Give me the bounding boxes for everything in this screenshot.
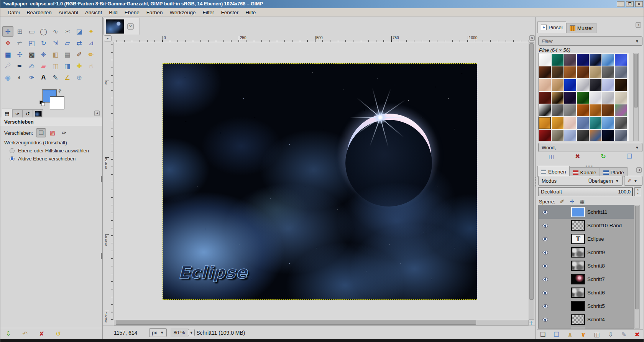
pattern-swatch[interactable] [564,66,576,78]
pattern-grid[interactable] [538,53,629,141]
opacity-slider[interactable]: Deckkraft 100,0 [538,187,633,196]
radio-button[interactable] [10,156,15,161]
pattern-swatch[interactable] [615,104,627,116]
image-tab[interactable]: ✕ [104,18,140,35]
layer-row[interactable]: Schritt7 [539,273,634,286]
menu-fenster[interactable]: Fenster [218,9,242,16]
mode-group-button[interactable]: ✐ ▼ [624,176,642,186]
pattern-swatch[interactable] [602,54,614,66]
pattern-swatch[interactable] [552,66,564,78]
ruler-origin-button[interactable]: ▸ [104,35,112,41]
minimize-button[interactable]: _ [617,1,624,7]
heal-tool[interactable]: ✚ [74,61,85,71]
scissors-select-tool[interactable]: ✂ [62,26,73,37]
paintbrush-tool[interactable]: ✐ [74,49,85,60]
pattern-swatch[interactable] [577,54,589,66]
visibility-eye-icon[interactable] [542,318,548,322]
menu-ansicht[interactable]: Ansicht [82,9,105,16]
pattern-swatch[interactable] [602,104,614,116]
free-select-tool[interactable]: ∿ [50,26,61,37]
menu-bild[interactable]: Bild [105,9,121,16]
layer-row[interactable]: Schritt3-schwarz [539,326,634,329]
pattern-swatch[interactable] [539,92,551,104]
shear-tool[interactable]: ▱ [62,38,73,48]
background-color-swatch[interactable] [50,97,64,109]
visibility-eye-icon[interactable] [542,278,548,281]
layer-row[interactable]: TEclipse [539,232,634,246]
pencil-tool[interactable]: ✏ [85,49,97,60]
pattern-swatch[interactable] [577,117,589,129]
visibility-eye-icon[interactable] [542,224,548,228]
horizontal-scrollbar[interactable] [114,320,529,325]
pattern-swatch[interactable] [577,79,589,91]
pattern-swatch[interactable] [552,130,564,141]
pattern-swatch[interactable] [539,66,551,78]
layers-scrollbar[interactable] [634,205,640,329]
smudge-tool[interactable]: ☝ [85,61,97,71]
layer-mode-select[interactable]: Modus Überlagern ▼ [538,176,623,186]
open-pattern-folder-button[interactable]: ❒ [627,154,632,160]
dock-tab-undo-history[interactable]: ↺ [23,109,33,118]
menu-hilfe[interactable]: Hilfe [242,9,259,16]
horizontal-ruler[interactable]: 02505007501000 [113,35,529,42]
swap-colors-icon[interactable]: ⇄ [57,88,63,94]
mypaint-brush-tool[interactable]: ✍ [26,61,37,71]
tab-pinsel[interactable]: Pinsel [537,21,566,33]
zoom-select-button[interactable]: ▼ [188,329,195,336]
pane-grip[interactable] [101,253,102,259]
visibility-eye-icon[interactable] [542,237,548,241]
handle-transform-tool[interactable]: ❈ [38,49,49,60]
radio-button[interactable] [10,148,15,153]
visibility-eye-icon[interactable] [542,251,548,254]
text-tool[interactable]: A [38,72,49,83]
layer-row[interactable]: Schritt10-Rand [539,219,634,232]
cage-transform-tool[interactable]: ▦ [2,49,13,60]
rotate-tool[interactable]: ↻ [38,38,49,48]
default-colors-icon[interactable] [39,101,45,106]
navigation-cross-icon[interactable]: ✛ [529,320,533,326]
pattern-swatch[interactable] [577,130,589,141]
clone-tool[interactable]: ◫ [50,61,61,71]
move-path-button[interactable]: ✑ [59,128,69,137]
pattern-swatch[interactable] [602,66,614,78]
dock-tab-device-status[interactable]: ✑ [12,109,23,118]
refresh-patterns-button[interactable]: ↻ [601,154,606,160]
move-tool[interactable]: ✛ [2,26,13,37]
visibility-eye-icon[interactable] [542,304,548,308]
dock-tab-menu-button[interactable]: ◂ [94,111,100,116]
anchor-layer-button[interactable]: ⇩ [608,332,613,338]
pattern-swatch[interactable] [539,104,551,116]
foreground-select-tool[interactable]: ◪ [74,26,85,37]
pattern-swatch[interactable] [552,54,564,66]
title-bar[interactable]: *wallpaper_eclipse.xcf-1.0 (RGB-Farben 8… [0,0,644,8]
layer-row[interactable]: Schritt9 [539,246,634,259]
pattern-swatch[interactable] [602,117,614,129]
scale-tool[interactable]: ⇲ [50,38,61,48]
pattern-swatch[interactable] [564,117,576,129]
dock-tab-tool-options[interactable]: ▤ [2,109,12,118]
layer-row[interactable]: Schritt11 [539,205,634,219]
close-button[interactable]: ✕ [635,1,643,7]
flip-tool[interactable]: ⇄ [74,38,85,48]
menu-farben[interactable]: Farben [143,9,166,16]
pattern-swatch[interactable] [539,54,551,66]
measure-tool[interactable]: ∠ [62,72,73,83]
rectangle-select-tool[interactable]: ▭ [26,26,37,37]
pattern-swatch[interactable] [590,66,601,78]
lower-layer-button[interactable]: ∨ [581,332,586,338]
pattern-swatch[interactable] [552,117,564,129]
gradient-tool[interactable]: ▤ [62,49,73,60]
dodge-burn-tool[interactable]: ◐ [14,72,25,83]
bucket-fill-tool[interactable]: ◧ [50,49,61,60]
zoom-tool[interactable]: ⊕ [74,72,85,83]
visibility-eye-icon[interactable] [542,210,548,214]
pattern-swatch[interactable] [539,117,551,129]
canvas-viewport[interactable]: Eclipse [114,42,529,320]
color-picker-tool[interactable]: ✎ [50,72,61,83]
lock-position-icon[interactable]: ✛ [570,198,574,205]
image-tab-close-icon[interactable]: ✕ [127,23,134,30]
menu-datei[interactable]: Datei [4,9,23,16]
pattern-swatch[interactable] [590,79,601,91]
pattern-swatch[interactable] [590,117,601,129]
pattern-swatch[interactable] [564,92,576,104]
